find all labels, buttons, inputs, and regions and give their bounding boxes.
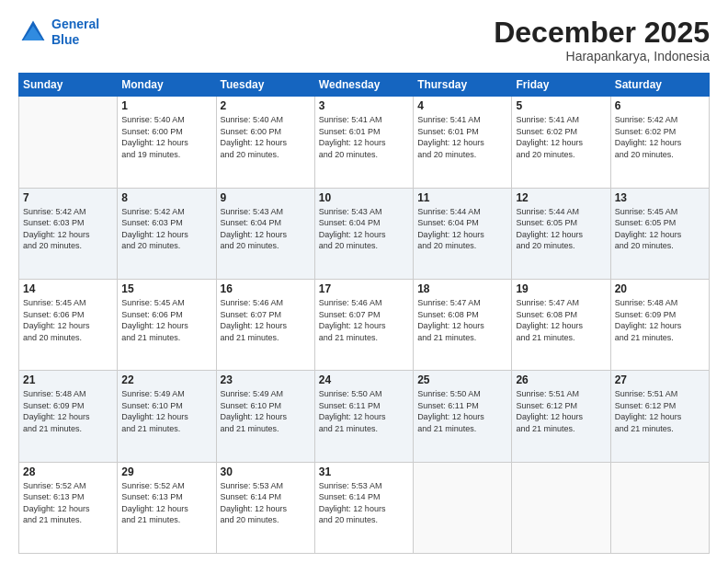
day-info: Sunrise: 5:40 AM Sunset: 6:00 PM Dayligh… [221, 114, 311, 160]
day-number: 15 [121, 282, 211, 295]
table-row: 1Sunrise: 5:40 AM Sunset: 6:00 PM Daylig… [118, 97, 216, 188]
day-info: Sunrise: 5:49 AM Sunset: 6:10 PM Dayligh… [121, 388, 211, 434]
month-title: December 2025 [494, 17, 710, 49]
calendar-week-row: 1Sunrise: 5:40 AM Sunset: 6:00 PM Daylig… [19, 97, 710, 188]
day-number: 11 [417, 191, 507, 204]
day-info: Sunrise: 5:53 AM Sunset: 6:14 PM Dayligh… [319, 480, 409, 526]
day-info: Sunrise: 5:52 AM Sunset: 6:13 PM Dayligh… [121, 480, 211, 526]
table-row: 14Sunrise: 5:45 AM Sunset: 6:06 PM Dayli… [19, 279, 118, 370]
day-info: Sunrise: 5:41 AM Sunset: 6:02 PM Dayligh… [516, 114, 606, 160]
table-row: 15Sunrise: 5:45 AM Sunset: 6:06 PM Dayli… [118, 279, 216, 370]
day-number: 16 [221, 282, 311, 295]
table-row: 16Sunrise: 5:46 AM Sunset: 6:07 PM Dayli… [216, 279, 314, 370]
table-row: 13Sunrise: 5:45 AM Sunset: 6:05 PM Dayli… [610, 188, 709, 279]
day-info: Sunrise: 5:40 AM Sunset: 6:00 PM Dayligh… [121, 114, 211, 160]
day-number: 1 [121, 99, 211, 112]
day-info: Sunrise: 5:42 AM Sunset: 6:02 PM Dayligh… [615, 114, 705, 160]
day-info: Sunrise: 5:44 AM Sunset: 6:05 PM Dayligh… [516, 206, 606, 252]
day-number: 10 [319, 191, 409, 204]
table-row: 20Sunrise: 5:48 AM Sunset: 6:09 PM Dayli… [610, 279, 709, 370]
day-number: 9 [221, 191, 311, 204]
day-info: Sunrise: 5:50 AM Sunset: 6:11 PM Dayligh… [417, 388, 507, 434]
table-row: 30Sunrise: 5:53 AM Sunset: 6:14 PM Dayli… [216, 462, 314, 553]
table-row: 9Sunrise: 5:43 AM Sunset: 6:04 PM Daylig… [216, 188, 314, 279]
day-info: Sunrise: 5:47 AM Sunset: 6:08 PM Dayligh… [417, 297, 507, 343]
table-row: 21Sunrise: 5:48 AM Sunset: 6:09 PM Dayli… [19, 371, 118, 462]
table-row: 29Sunrise: 5:52 AM Sunset: 6:13 PM Dayli… [118, 462, 216, 553]
logo-icon [18, 17, 48, 47]
table-row: 27Sunrise: 5:51 AM Sunset: 6:12 PM Dayli… [610, 371, 709, 462]
day-info: Sunrise: 5:49 AM Sunset: 6:10 PM Dayligh… [221, 388, 311, 434]
day-info: Sunrise: 5:52 AM Sunset: 6:13 PM Dayligh… [23, 480, 113, 526]
calendar-week-row: 7Sunrise: 5:42 AM Sunset: 6:03 PM Daylig… [19, 188, 710, 279]
day-number: 27 [615, 373, 705, 386]
table-row: 31Sunrise: 5:53 AM Sunset: 6:14 PM Dayli… [314, 462, 413, 553]
table-row [19, 97, 118, 188]
header: General Blue December 2025 Harapankarya,… [18, 17, 710, 63]
day-info: Sunrise: 5:43 AM Sunset: 6:04 PM Dayligh… [221, 206, 311, 252]
day-number: 14 [23, 282, 113, 295]
day-number: 2 [221, 99, 311, 112]
calendar-week-row: 21Sunrise: 5:48 AM Sunset: 6:09 PM Dayli… [19, 371, 710, 462]
title-block: December 2025 Harapankarya, Indonesia [494, 17, 710, 63]
day-number: 28 [23, 465, 113, 478]
day-info: Sunrise: 5:45 AM Sunset: 6:06 PM Dayligh… [23, 297, 113, 343]
table-row: 10Sunrise: 5:43 AM Sunset: 6:04 PM Dayli… [314, 188, 413, 279]
day-info: Sunrise: 5:51 AM Sunset: 6:12 PM Dayligh… [615, 388, 705, 434]
col-sunday: Sunday [19, 74, 118, 97]
day-info: Sunrise: 5:47 AM Sunset: 6:08 PM Dayligh… [516, 297, 606, 343]
day-number: 6 [615, 99, 705, 112]
table-row: 25Sunrise: 5:50 AM Sunset: 6:11 PM Dayli… [414, 371, 512, 462]
day-number: 22 [121, 373, 211, 386]
table-row: 5Sunrise: 5:41 AM Sunset: 6:02 PM Daylig… [512, 97, 610, 188]
day-info: Sunrise: 5:48 AM Sunset: 6:09 PM Dayligh… [615, 297, 705, 343]
table-row [414, 462, 512, 553]
day-number: 13 [615, 191, 705, 204]
day-number: 24 [319, 373, 409, 386]
day-info: Sunrise: 5:51 AM Sunset: 6:12 PM Dayligh… [516, 388, 606, 434]
col-tuesday: Tuesday [216, 74, 314, 97]
day-number: 4 [417, 99, 507, 112]
day-number: 7 [23, 191, 113, 204]
day-info: Sunrise: 5:48 AM Sunset: 6:09 PM Dayligh… [23, 388, 113, 434]
table-row [512, 462, 610, 553]
day-info: Sunrise: 5:46 AM Sunset: 6:07 PM Dayligh… [221, 297, 311, 343]
page: General Blue December 2025 Harapankarya,… [0, 0, 728, 563]
day-number: 21 [23, 373, 113, 386]
day-number: 20 [615, 282, 705, 295]
table-row: 24Sunrise: 5:50 AM Sunset: 6:11 PM Dayli… [314, 371, 413, 462]
day-number: 31 [319, 465, 409, 478]
day-number: 3 [319, 99, 409, 112]
col-wednesday: Wednesday [314, 74, 413, 97]
table-row: 23Sunrise: 5:49 AM Sunset: 6:10 PM Dayli… [216, 371, 314, 462]
day-info: Sunrise: 5:45 AM Sunset: 6:06 PM Dayligh… [121, 297, 211, 343]
day-info: Sunrise: 5:41 AM Sunset: 6:01 PM Dayligh… [417, 114, 507, 160]
table-row: 7Sunrise: 5:42 AM Sunset: 6:03 PM Daylig… [19, 188, 118, 279]
day-number: 18 [417, 282, 507, 295]
table-row: 3Sunrise: 5:41 AM Sunset: 6:01 PM Daylig… [314, 97, 413, 188]
table-row: 22Sunrise: 5:49 AM Sunset: 6:10 PM Dayli… [118, 371, 216, 462]
calendar-week-row: 14Sunrise: 5:45 AM Sunset: 6:06 PM Dayli… [19, 279, 710, 370]
logo-text: General Blue [51, 17, 99, 48]
day-number: 25 [417, 373, 507, 386]
day-info: Sunrise: 5:41 AM Sunset: 6:01 PM Dayligh… [319, 114, 409, 160]
table-row: 4Sunrise: 5:41 AM Sunset: 6:01 PM Daylig… [414, 97, 512, 188]
day-info: Sunrise: 5:46 AM Sunset: 6:07 PM Dayligh… [319, 297, 409, 343]
day-info: Sunrise: 5:42 AM Sunset: 6:03 PM Dayligh… [121, 206, 211, 252]
day-number: 5 [516, 99, 606, 112]
subtitle: Harapankarya, Indonesia [494, 49, 710, 63]
day-info: Sunrise: 5:43 AM Sunset: 6:04 PM Dayligh… [319, 206, 409, 252]
table-row: 6Sunrise: 5:42 AM Sunset: 6:02 PM Daylig… [610, 97, 709, 188]
day-info: Sunrise: 5:50 AM Sunset: 6:11 PM Dayligh… [319, 388, 409, 434]
col-monday: Monday [118, 74, 216, 97]
day-info: Sunrise: 5:53 AM Sunset: 6:14 PM Dayligh… [221, 480, 311, 526]
col-thursday: Thursday [414, 74, 512, 97]
day-number: 12 [516, 191, 606, 204]
day-info: Sunrise: 5:44 AM Sunset: 6:04 PM Dayligh… [417, 206, 507, 252]
col-friday: Friday [512, 74, 610, 97]
table-row: 8Sunrise: 5:42 AM Sunset: 6:03 PM Daylig… [118, 188, 216, 279]
logo: General Blue [18, 17, 99, 48]
table-row: 19Sunrise: 5:47 AM Sunset: 6:08 PM Dayli… [512, 279, 610, 370]
logo-general: General [51, 17, 99, 31]
table-row: 18Sunrise: 5:47 AM Sunset: 6:08 PM Dayli… [414, 279, 512, 370]
